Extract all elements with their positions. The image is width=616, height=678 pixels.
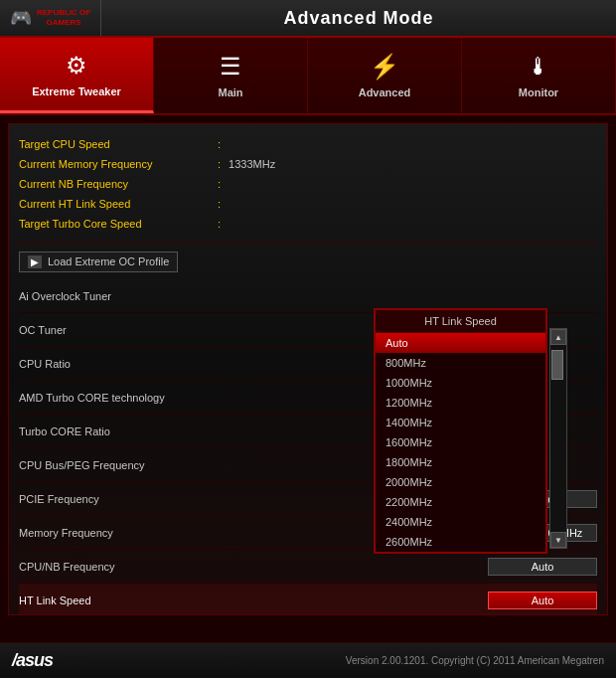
info-row-2: Current NB Frequency :: [19, 174, 597, 194]
info-label-4: Target Turbo Core Speed: [19, 218, 218, 230]
dropdown-item-2600[interactable]: 2600MHz: [376, 532, 545, 552]
header-title: Advanced Mode: [101, 8, 616, 29]
info-label-1: Current Memory Frequency: [19, 158, 218, 170]
info-row-3: Current HT Link Speed :: [19, 194, 597, 214]
tab-monitor[interactable]: 🌡 Monitor: [462, 38, 616, 113]
asus-logo: /asus: [12, 650, 53, 671]
dropdown-scrollbar[interactable]: ▲ ▼: [549, 328, 567, 549]
info-row-4: Target Turbo Core Speed :: [19, 214, 597, 234]
dropdown-item-2400[interactable]: 2400MHz: [376, 512, 545, 532]
tab-main-label: Main: [218, 86, 242, 98]
setting-label-ai-overclock: Ai Overclock Tuner: [19, 290, 597, 302]
tab-main[interactable]: ☰ Main: [154, 38, 308, 113]
info-colon-1: :: [218, 158, 221, 170]
scroll-track[interactable]: [550, 345, 566, 532]
header: 🎮 REPUBLIC OF GAMERS Advanced Mode: [0, 0, 616, 38]
load-profile-label: Load Extreme OC Profile: [48, 255, 169, 267]
dropdown-item-1000[interactable]: 1000MHz: [376, 373, 545, 393]
rog-logo: 🎮 REPUBLIC OF GAMERS: [0, 0, 101, 36]
info-section: Target CPU Speed : Current Memory Freque…: [19, 134, 597, 234]
load-btn-arrow: ▶: [28, 255, 42, 268]
info-colon-3: :: [218, 198, 221, 210]
cpu-nb-frequency-value[interactable]: Auto: [488, 558, 597, 576]
dropdown-list[interactable]: Auto 800MHz 1000MHz 1200MHz 1400MHz 1600…: [376, 333, 545, 552]
info-value-1: 1333MHz: [229, 158, 275, 170]
dropdown-item-800[interactable]: 800MHz: [376, 353, 545, 373]
divider-1: [19, 242, 597, 243]
tab-advanced[interactable]: ⚡ Advanced: [308, 38, 462, 113]
tab-extreme-tweaker[interactable]: ⚙ Extreme Tweaker: [0, 38, 154, 113]
rog-logo-text: REPUBLIC OF GAMERS: [37, 8, 90, 27]
dropdown-item-1600[interactable]: 1600MHz: [376, 432, 545, 452]
info-label-3: Current HT Link Speed: [19, 198, 218, 210]
extreme-tweaker-icon: ⚙: [66, 52, 87, 80]
ht-link-speed-value[interactable]: Auto: [488, 592, 597, 609]
info-colon-0: :: [218, 138, 221, 150]
dropdown-item-2200[interactable]: 2200MHz: [376, 492, 545, 512]
scroll-thumb[interactable]: [551, 350, 563, 380]
info-label-0: Target CPU Speed: [19, 138, 218, 150]
dropdown-item-1200[interactable]: 1200MHz: [376, 393, 545, 413]
dropdown-title: HT Link Speed: [376, 310, 545, 333]
dropdown-item-2000[interactable]: 2000MHz: [376, 472, 545, 492]
dropdown-item-1400[interactable]: 1400MHz: [376, 413, 545, 432]
setting-row-8[interactable]: CPU/NB Frequency Auto: [19, 550, 597, 584]
advanced-icon: ⚡: [370, 53, 399, 81]
info-row-1: Current Memory Frequency : 1333MHz: [19, 154, 597, 174]
tab-advanced-label: Advanced: [359, 86, 411, 98]
monitor-icon: 🌡: [527, 53, 550, 81]
dropdown-item-auto[interactable]: Auto: [376, 333, 545, 353]
footer: /asus Version 2.00.1201. Copyright (C) 2…: [0, 642, 616, 678]
load-profile-button[interactable]: ▶ Load Extreme OC Profile: [19, 252, 178, 272]
footer-version-text: Version 2.00.1201. Copyright (C) 2011 Am…: [346, 655, 604, 666]
tab-monitor-label: Monitor: [519, 86, 558, 98]
setting-label-ht-link: HT Link Speed: [19, 594, 488, 606]
main-content: Target CPU Speed : Current Memory Freque…: [8, 123, 608, 615]
scroll-down-button[interactable]: ▼: [550, 532, 566, 548]
main-icon: ☰: [220, 53, 241, 81]
load-profile-row: ▶ Load Extreme OC Profile: [19, 248, 597, 275]
info-colon-2: :: [218, 178, 221, 190]
nav-tabs: ⚙ Extreme Tweaker ☰ Main ⚡ Advanced 🌡 Mo…: [0, 38, 616, 115]
rog-icon: 🎮: [10, 7, 32, 29]
dropdown-item-1800[interactable]: 1800MHz: [376, 452, 545, 472]
info-label-2: Current NB Frequency: [19, 178, 218, 190]
info-row-0: Target CPU Speed :: [19, 134, 597, 154]
ht-link-dropdown[interactable]: HT Link Speed Auto 800MHz 1000MHz 1200MH…: [374, 308, 547, 554]
scroll-up-button[interactable]: ▲: [550, 329, 566, 345]
setting-row-9[interactable]: HT Link Speed Auto: [19, 584, 597, 615]
info-colon-4: :: [218, 218, 221, 230]
setting-label-cpu-nb: CPU/NB Frequency: [19, 561, 488, 573]
tab-extreme-tweaker-label: Extreme Tweaker: [32, 85, 121, 97]
